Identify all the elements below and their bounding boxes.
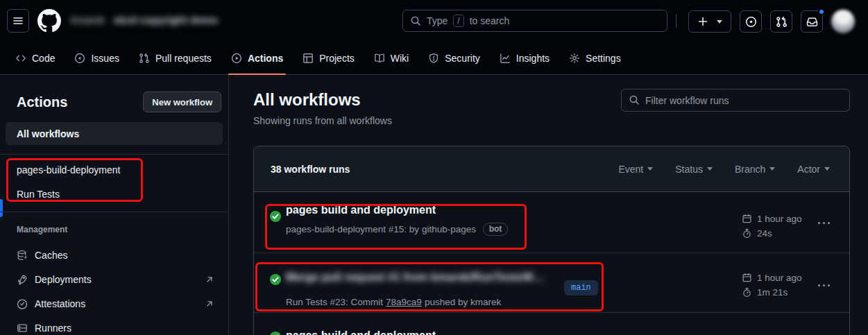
dropdown-label: Branch: [735, 164, 765, 175]
octocat-icon: [37, 9, 61, 33]
runs-table-header: 38 workflow runs Event Status Branch Act…: [254, 146, 849, 192]
inbox-icon: [806, 16, 818, 28]
tab-label: Code: [32, 53, 55, 64]
caret-down-icon: [824, 167, 830, 171]
pull-requests-dashboard-button[interactable]: [770, 10, 792, 33]
success-check-icon: [269, 331, 282, 335]
top-bar: kmarek xkcd copyright demo Type / to sea…: [0, 0, 868, 42]
run-duration: 1m 21s: [742, 287, 802, 298]
run-title-link[interactable]: pages build and deployment: [286, 329, 436, 335]
cache-database-icon: [17, 250, 28, 261]
filter-runs-input[interactable]: [621, 89, 850, 112]
user-avatar[interactable]: [831, 10, 855, 33]
issues-dashboard-button[interactable]: [740, 10, 762, 33]
run-timing: 1 hour ago 24s: [742, 214, 802, 239]
breadcrumb-owner[interactable]: kmarek: [71, 14, 105, 26]
search-placeholder-prefix: Type: [427, 15, 448, 26]
branch-badge[interactable]: main: [564, 280, 598, 295]
tab-issues[interactable]: Issues: [65, 42, 128, 74]
create-new-button[interactable]: [688, 10, 731, 33]
tab-label: Insights: [516, 53, 550, 64]
external-link-icon: [205, 299, 214, 309]
caret-down-icon: [647, 167, 653, 171]
run-meta: Run Tests #23: Commit78a9ca9pushed by km…: [286, 297, 501, 307]
inbox-button[interactable]: [801, 10, 823, 33]
commit-sha-link[interactable]: 78a9ca9: [386, 297, 422, 307]
run-options-kebab-button[interactable]: [815, 280, 833, 291]
breadcrumb-repo[interactable]: xkcd copyright demo: [113, 14, 218, 26]
repo-nav: Code Issues Pull requests Actions Projec…: [0, 42, 868, 75]
tab-projects[interactable]: Projects: [293, 42, 364, 74]
tab-pull-requests[interactable]: Pull requests: [129, 42, 221, 74]
actor-filter-dropdown[interactable]: Actor: [797, 164, 830, 175]
dropdown-label: Status: [675, 164, 703, 175]
calendar-icon: [742, 214, 752, 224]
plus-icon: [697, 16, 708, 27]
code-icon: [15, 53, 26, 64]
gear-icon: [569, 53, 580, 64]
status-filter-dropdown[interactable]: Status: [675, 164, 713, 175]
sidebar-item-deployments[interactable]: Deployments: [6, 267, 223, 291]
git-pull-request-icon: [776, 16, 788, 28]
sidebar-item-pages-build-deployment[interactable]: pages-build-deployment: [6, 158, 223, 182]
stopwatch-icon: [742, 287, 752, 298]
run-time-text: 1 hour ago: [757, 273, 802, 283]
tab-code[interactable]: Code: [6, 42, 65, 74]
run-duration-text: 24s: [757, 228, 772, 239]
selected-item-accent-bar: [0, 199, 3, 217]
branch-filter-dropdown[interactable]: Branch: [735, 164, 775, 175]
workflow-run-row: pages build and deployment pages-build-d…: [254, 192, 849, 253]
actions-sidebar: Actions New workflow All workflows pages…: [0, 75, 229, 335]
workflow-runs-table: 38 workflow runs Event Status Branch Act…: [253, 146, 850, 335]
run-meta-suffix: pushed by kmarek: [425, 297, 501, 307]
run-title-link[interactable]: pages build and deployment: [286, 204, 436, 216]
run-meta: pages-build-deployment #15: by github-pa…: [286, 223, 508, 236]
git-pull-request-icon: [139, 53, 150, 64]
new-workflow-button[interactable]: New workflow: [143, 92, 221, 112]
tab-label: Pull requests: [155, 53, 212, 64]
run-options-kebab-button[interactable]: [815, 217, 833, 228]
global-search[interactable]: Type / to search: [402, 10, 667, 32]
sidebar-item-run-tests[interactable]: Run Tests: [6, 182, 223, 206]
sidebar-title: Actions: [17, 94, 67, 110]
management-item-label: Attestations: [35, 298, 85, 309]
shield-icon: [428, 53, 439, 64]
dropdown-label: Actor: [797, 164, 820, 175]
management-item-label: Deployments: [35, 274, 92, 285]
sidebar-item-runners[interactable]: Runners: [6, 316, 223, 335]
github-logo[interactable]: [37, 9, 61, 33]
sidebar-item-attestations[interactable]: Attestations: [6, 291, 223, 316]
header-divider: [676, 14, 676, 28]
header-actions: [688, 10, 855, 33]
management-item-label: Runners: [35, 323, 71, 334]
tab-label: Security: [445, 53, 480, 64]
run-time-text: 1 hour ago: [757, 214, 802, 224]
page-title: All workflows: [253, 90, 361, 110]
book-icon: [374, 53, 385, 64]
tab-actions[interactable]: Actions: [221, 42, 293, 74]
sidebar-item-caches[interactable]: Caches: [6, 243, 223, 267]
run-title-link[interactable]: Merge pull request #1 from kmarek/RunTes…: [286, 271, 544, 284]
workflow-label: Run Tests: [17, 189, 60, 200]
run-filter-dropdowns: Event Status Branch Actor: [618, 164, 830, 175]
success-check-icon: [269, 210, 282, 223]
caret-down-icon: [717, 20, 722, 24]
event-filter-dropdown[interactable]: Event: [618, 164, 653, 175]
tab-wiki[interactable]: Wiki: [364, 42, 418, 74]
slash-key-hint: /: [453, 15, 463, 27]
workflow-run-row: Merge pull request #1 from kmarek/RunTes…: [254, 253, 849, 313]
hamburger-menu-button[interactable]: [7, 9, 29, 33]
caret-down-icon: [707, 167, 713, 171]
workflow-run-row: pages build and deployment: [254, 313, 849, 335]
hamburger-icon: [12, 15, 24, 26]
sidebar-item-all-workflows[interactable]: All workflows: [6, 122, 223, 145]
tab-settings[interactable]: Settings: [559, 42, 631, 74]
workflow-label: pages-build-deployment: [17, 164, 120, 175]
tab-insights[interactable]: Insights: [490, 42, 559, 74]
tab-security[interactable]: Security: [418, 42, 490, 74]
calendar-icon: [742, 273, 752, 283]
search-icon: [629, 94, 640, 105]
tab-label: Projects: [319, 53, 355, 64]
run-meta-prefix: Run Tests #23: Commit: [286, 297, 383, 307]
graph-icon: [500, 53, 511, 64]
